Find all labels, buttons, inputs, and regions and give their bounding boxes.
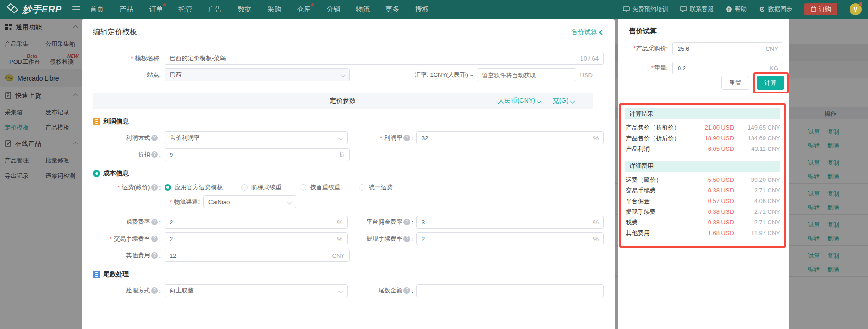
help-icon[interactable]: ?: [151, 287, 158, 294]
template-name-label: *模板名称:: [82, 54, 165, 62]
svg-text:?: ?: [728, 7, 730, 12]
tax-rate-label: 税费费率?:: [82, 218, 165, 226]
platform-commission-input[interactable]: [422, 219, 589, 226]
calculate-button[interactable]: 计算: [757, 76, 784, 90]
user-avatar[interactable]: V: [850, 3, 862, 15]
tail-section-header: 尾数处理: [93, 270, 604, 279]
detail-row: 提现手续费0.38 USD2.71 CNY: [625, 206, 780, 217]
transaction-fee-field[interactable]: %: [165, 232, 348, 245]
help-icon[interactable]: ?: [151, 135, 158, 141]
profit-mode-label: 利润方式?:: [82, 134, 165, 142]
nav-item-ads[interactable]: 广告: [208, 5, 222, 14]
exchange-rate-field[interactable]: [477, 68, 576, 81]
navbar-link-training[interactable]: 免费预约培训: [623, 5, 668, 13]
weight-field[interactable]: KG: [672, 62, 783, 74]
tail-icon: [93, 271, 100, 278]
site-select[interactable]: 巴西: [165, 68, 350, 81]
radio-official-freight-template[interactable]: 应用官方运费模板: [165, 183, 223, 192]
navbar-link-help[interactable]: ? 帮助: [726, 5, 747, 13]
tail-amount-input[interactable]: [422, 287, 599, 294]
other-fee-field[interactable]: CNY: [165, 249, 350, 262]
help-icon[interactable]: ?: [151, 151, 158, 158]
purchase-price-field[interactable]: CNY: [672, 42, 783, 55]
detail-row: 交易手续费0.38 USD2.71 CNY: [625, 185, 780, 196]
nav-item-products[interactable]: 产品: [119, 5, 133, 14]
weight-label: *重量:: [618, 64, 672, 72]
transaction-fee-label: *交易手续费率?:: [82, 235, 165, 243]
nav-item-purchase[interactable]: 采购: [267, 5, 281, 14]
navbar-link-support[interactable]: 联系客服: [680, 5, 714, 13]
detail-row: 运费（藏价）5.50 USD39.20 CNY: [625, 174, 780, 185]
detail-row: 其他费用1.68 USD11.97 CNY: [625, 228, 780, 238]
radio-flat-freight[interactable]: 统一运费: [359, 183, 393, 192]
withdraw-fee-field[interactable]: %: [416, 232, 604, 245]
exchange-rate-input[interactable]: [482, 72, 571, 79]
subscribe-button[interactable]: 订购: [804, 3, 837, 15]
nav-item-authorization[interactable]: 授权: [415, 5, 429, 14]
help-icon[interactable]: ?: [403, 287, 410, 294]
drawer-title: 售价试算: [618, 19, 789, 36]
purchase-price-label: *产品采购价:: [618, 44, 672, 53]
profit-rate-label: *利润率?:: [348, 134, 416, 142]
navbar-link-data-sync[interactable]: 数据同步: [759, 5, 792, 13]
warehouse-badge-dot: [311, 3, 314, 6]
nav-item-distribution[interactable]: 分销: [326, 5, 340, 14]
help-icon[interactable]: ?: [403, 219, 410, 225]
profit-rate-field[interactable]: %: [416, 131, 604, 144]
help-icon[interactable]: ?: [403, 135, 410, 141]
help-icon[interactable]: ?: [403, 236, 410, 242]
nav-item-data[interactable]: 数据: [238, 5, 251, 14]
logo-icon: [6, 3, 18, 16]
avatar-notification-dot: [859, 2, 862, 6]
app-logo[interactable]: 妙手ERP: [0, 3, 68, 16]
template-name-input[interactable]: [170, 55, 576, 62]
nav-item-more[interactable]: 更多: [385, 5, 399, 14]
weight-unit-dropdown[interactable]: 克(G): [553, 97, 574, 105]
radio-first-weight[interactable]: 按首重续重: [300, 183, 340, 192]
reset-button[interactable]: 重置: [721, 76, 749, 90]
char-counter: 10 / 64: [580, 55, 599, 62]
sync-icon: [759, 6, 765, 12]
tail-mode-select[interactable]: 向上取整: [165, 284, 348, 297]
withdraw-fee-input[interactable]: [422, 236, 589, 242]
platform-commission-field[interactable]: %: [416, 216, 604, 229]
logo-text: 妙手ERP: [22, 3, 62, 16]
question-icon: ?: [726, 6, 732, 12]
nav-item-hosting[interactable]: 托管: [178, 5, 192, 14]
radio-tiered-weight[interactable]: 阶梯式续重: [241, 183, 281, 192]
currency-dropdown[interactable]: 人民币(CNY): [498, 97, 541, 105]
nav-item-warehouse[interactable]: 仓库: [297, 5, 311, 14]
help-icon[interactable]: ?: [151, 219, 158, 225]
nav-item-home[interactable]: 首页: [90, 5, 104, 14]
purchase-price-input[interactable]: [678, 45, 762, 52]
chevron-down-icon: [287, 199, 292, 204]
logistics-channel-select[interactable]: CaiNiao: [203, 195, 296, 208]
transaction-fee-input[interactable]: [170, 236, 334, 242]
other-fee-input[interactable]: [170, 252, 329, 259]
weight-input[interactable]: [678, 65, 766, 72]
menu-toggle-icon[interactable]: [72, 6, 80, 12]
freight-label: *运费(藏价)?:: [82, 183, 165, 192]
result-row: 产品售价（折后价）18.90 USD134.69 CNY: [625, 133, 780, 143]
help-icon[interactable]: ?: [151, 236, 158, 242]
result-section-title: 计算结果: [625, 108, 780, 119]
tax-rate-field[interactable]: %: [165, 216, 348, 229]
price-trial-toggle-link[interactable]: 售价试算: [571, 28, 604, 37]
tail-amount-field[interactable]: [416, 284, 604, 297]
profit-mode-select[interactable]: 售价利润率: [165, 131, 348, 144]
chevron-down-icon: [570, 99, 575, 103]
discount-input[interactable]: [170, 151, 335, 158]
nav-item-logistics[interactable]: 物流: [356, 5, 370, 14]
discount-field[interactable]: 折: [165, 148, 350, 161]
chevron-down-icon: [537, 99, 541, 103]
pricing-params-title: 定价参数: [330, 97, 356, 105]
radio-icon: [359, 184, 365, 191]
freight-radio-group: 应用官方运费模板 阶梯式续重 按首重续重 统一运费: [165, 183, 393, 192]
profit-rate-input[interactable]: [422, 135, 589, 142]
tax-rate-input[interactable]: [170, 219, 334, 226]
detail-section-title: 详细费用: [625, 161, 780, 172]
help-icon[interactable]: ?: [151, 184, 158, 191]
help-icon[interactable]: ?: [151, 252, 158, 259]
template-name-field[interactable]: 10 / 64: [165, 52, 604, 65]
nav-item-orders[interactable]: 订单: [149, 5, 163, 14]
